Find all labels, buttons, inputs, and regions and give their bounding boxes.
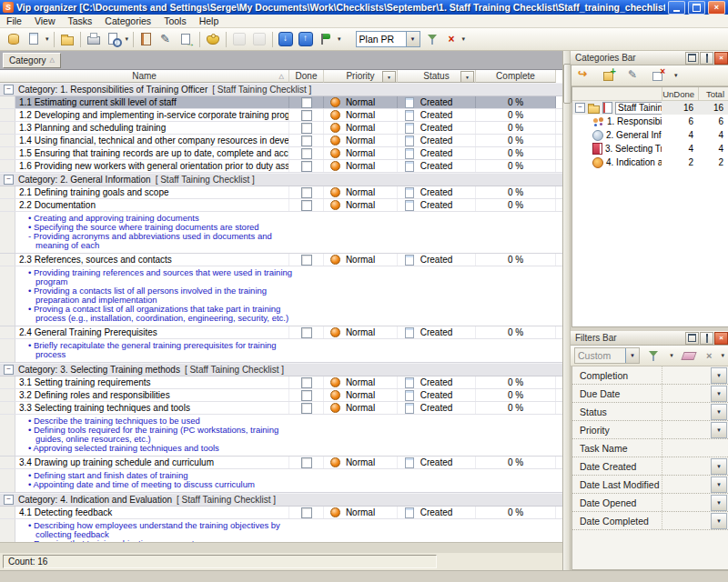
done-checkbox[interactable] xyxy=(301,110,312,121)
menu-tasks[interactable]: Tasks xyxy=(62,15,99,26)
filter-dropdown[interactable]: ▼ xyxy=(711,404,727,420)
done-checkbox[interactable] xyxy=(301,187,312,198)
filter-row-priority[interactable]: Priority▼ xyxy=(572,421,728,439)
print-preview-button[interactable] xyxy=(105,30,123,48)
run-flag-button[interactable] xyxy=(317,30,335,48)
task-row[interactable]: 1.1 Estimating current skill level of st… xyxy=(0,96,562,109)
clear-plan-button[interactable]: × xyxy=(446,34,458,45)
filter-dropdown[interactable]: ▼ xyxy=(711,367,727,384)
task-row[interactable]: 1.2 Developing and implementing in-servi… xyxy=(0,109,562,122)
clear-filter-button[interactable] xyxy=(681,346,698,365)
task-row[interactable]: 2.2 DocumentationNormalCreated0 % xyxy=(0,199,562,212)
panel-restore-button[interactable] xyxy=(685,52,699,65)
filter-row-due-date[interactable]: Due Date▼ xyxy=(572,385,728,403)
panel-close-button[interactable]: × xyxy=(714,332,728,345)
new-category-button[interactable] xyxy=(600,66,618,85)
column-header-complete[interactable]: Complete xyxy=(476,70,556,83)
column-header-name[interactable]: Name △ xyxy=(0,70,289,83)
done-checkbox[interactable] xyxy=(301,135,312,146)
categories-toolbar-overflow[interactable]: ▾ xyxy=(672,72,680,79)
category-row[interactable]: −Category: 2. General Information[ Staff… xyxy=(0,173,562,186)
apply-filter-dropdown[interactable]: ▾ xyxy=(668,352,675,359)
filter-row-completion[interactable]: Completion▼ xyxy=(572,366,728,385)
done-checkbox[interactable] xyxy=(301,507,312,518)
column-header-done[interactable]: Done xyxy=(289,70,324,83)
edit-task-button[interactable] xyxy=(157,30,176,48)
new-database-button[interactable] xyxy=(5,30,23,48)
grid-vertical-scrollbar[interactable] xyxy=(563,51,571,570)
column-header-status[interactable]: Status ▼ xyxy=(398,70,476,83)
delete-filter-button[interactable]: × xyxy=(703,351,714,361)
run-flag-dropdown[interactable]: ▾ xyxy=(336,35,343,43)
task-row[interactable]: 2.1 Defining training goals and scopeNor… xyxy=(0,186,562,199)
panel-close-button[interactable]: × xyxy=(714,52,728,65)
scrollbar-thumb[interactable] xyxy=(563,64,571,104)
task-row[interactable]: 3.3 Selecting training techniques and to… xyxy=(0,402,562,415)
task-row[interactable]: 2.4 General Training PrerequisitesNormal… xyxy=(0,326,562,339)
print-button[interactable] xyxy=(85,30,103,48)
collapse-icon[interactable]: − xyxy=(4,495,14,505)
filter-dropdown[interactable]: ▼ xyxy=(711,422,727,438)
filter-dropdown[interactable]: ▼ xyxy=(711,513,727,529)
filter-row-date-created[interactable]: Date Created▼ xyxy=(572,457,728,476)
panel-pin-button[interactable] xyxy=(700,52,713,65)
tree-category-row[interactable]: 3. Selecting Training methods44 xyxy=(572,142,728,156)
filter-row-date-opened[interactable]: Date Opened▼ xyxy=(572,494,728,512)
tree-root-row[interactable]: −Staff Taining Checklist1616 xyxy=(572,101,728,115)
group-by-category-button[interactable]: Category △ xyxy=(3,53,61,68)
edit-category-button[interactable] xyxy=(624,66,642,85)
tree-category-row[interactable]: 1. Responsibilities of Training Officer6… xyxy=(572,115,728,128)
menu-view[interactable]: View xyxy=(28,15,62,26)
task-row[interactable]: 3.2 Defining roles and responsibilitiesN… xyxy=(0,389,562,402)
panel-restore-button[interactable] xyxy=(685,332,699,345)
send-task-button[interactable] xyxy=(177,30,196,48)
done-checkbox[interactable] xyxy=(301,390,312,401)
menu-help[interactable]: Help xyxy=(193,15,226,26)
category-row[interactable]: −Category: 4. Indication and Evaluation[… xyxy=(0,493,562,507)
task-row[interactable]: 3.4 Drawing up training schedule and cur… xyxy=(0,457,562,469)
maximize-button[interactable] xyxy=(688,1,705,15)
menu-categories[interactable]: Categories xyxy=(98,15,157,26)
filter-preset-dropdown[interactable]: ▼ xyxy=(625,348,639,363)
filter-preset-combo[interactable]: Custom ▼ xyxy=(574,347,640,364)
filter-dropdown[interactable]: ▼ xyxy=(711,458,727,475)
minimize-button[interactable] xyxy=(668,1,685,15)
done-checkbox[interactable] xyxy=(301,327,312,338)
filter-dropdown[interactable]: ▼ xyxy=(711,386,727,402)
panel-pin-button[interactable] xyxy=(700,332,713,345)
task-row[interactable]: 1.5 Ensuring that training records are u… xyxy=(0,147,562,160)
category-row[interactable]: −Category: 1. Responsibilities of Traini… xyxy=(0,83,562,96)
collapse-icon[interactable]: − xyxy=(575,103,585,113)
undone-column-header[interactable]: UnDone xyxy=(662,87,698,100)
priority-filter-dropdown[interactable]: ▼ xyxy=(382,71,396,83)
grid-horizontal-scrollbar[interactable] xyxy=(0,542,562,553)
task-row[interactable]: 2.3 References, sources and contactsNorm… xyxy=(0,254,562,266)
tree-category-row[interactable]: 4. Indication and Evaluation22 xyxy=(572,156,728,169)
app-icon[interactable]: S xyxy=(3,2,14,13)
menu-file[interactable]: File xyxy=(0,15,28,26)
filter-row-status[interactable]: Status▼ xyxy=(572,403,728,421)
plan-combo[interactable]: Plan PR ▼ xyxy=(356,31,420,47)
done-checkbox[interactable] xyxy=(301,255,312,266)
apply-plan-filter-button[interactable] xyxy=(424,30,442,48)
done-checkbox[interactable] xyxy=(301,148,312,159)
task-row[interactable]: 1.3 Planning and scheduling trainingNorm… xyxy=(0,122,562,135)
close-button[interactable]: × xyxy=(708,1,725,15)
done-checkbox[interactable] xyxy=(301,161,312,172)
new-task-button[interactable] xyxy=(25,30,43,48)
toolbar-overflow-dropdown[interactable]: ▾ xyxy=(460,35,468,43)
done-checkbox[interactable] xyxy=(301,377,312,388)
filter-dropdown[interactable]: ▼ xyxy=(711,495,727,511)
menu-tools[interactable]: Tools xyxy=(157,15,193,26)
filter-dropdown[interactable]: ▼ xyxy=(711,477,727,493)
column-header-priority[interactable]: Priority ▼ xyxy=(324,70,398,83)
collapse-icon[interactable]: − xyxy=(4,175,14,185)
task-row[interactable]: 1.4 Using financial, technical and other… xyxy=(0,135,562,147)
print-preview-dropdown[interactable]: ▾ xyxy=(124,35,131,43)
tree-category-row[interactable]: 2. General Information44 xyxy=(572,128,728,142)
filter-row-task-name[interactable]: Task Name xyxy=(572,439,728,457)
new-task-dropdown[interactable]: ▾ xyxy=(44,35,51,43)
apply-filter-button[interactable] xyxy=(645,346,662,365)
task-row[interactable]: 4.1 Detecting feedbackNormalCreated0 % xyxy=(0,507,562,519)
done-checkbox[interactable] xyxy=(301,403,312,414)
